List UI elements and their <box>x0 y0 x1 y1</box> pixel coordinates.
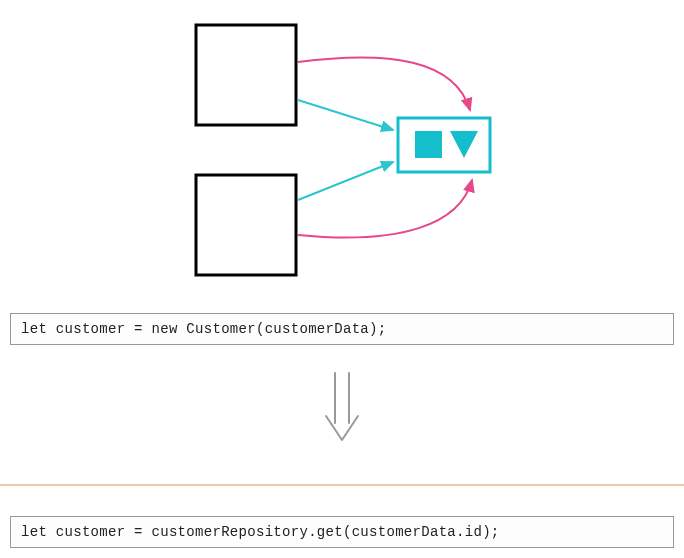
refactoring-diagram <box>0 10 684 310</box>
code-after-text: let customer = customerRepository.get(cu… <box>21 524 500 540</box>
repository-shape-square <box>415 131 442 158</box>
code-before-text: let customer = new Customer(customerData… <box>21 321 386 337</box>
arrow-teal-bottom <box>298 162 393 200</box>
arrow-pink-top <box>298 57 470 110</box>
section-divider <box>0 484 684 486</box>
code-after-box: let customer = customerRepository.get(cu… <box>10 516 674 548</box>
code-before-box: let customer = new Customer(customerData… <box>10 313 674 345</box>
client-box-bottom <box>196 175 296 275</box>
client-box-top <box>196 25 296 125</box>
repository-box <box>398 118 490 172</box>
repository-shape-triangle <box>450 131 478 158</box>
diagram-svg <box>0 10 684 310</box>
transform-arrow-icon <box>320 368 364 448</box>
arrow-teal-top <box>298 100 393 130</box>
